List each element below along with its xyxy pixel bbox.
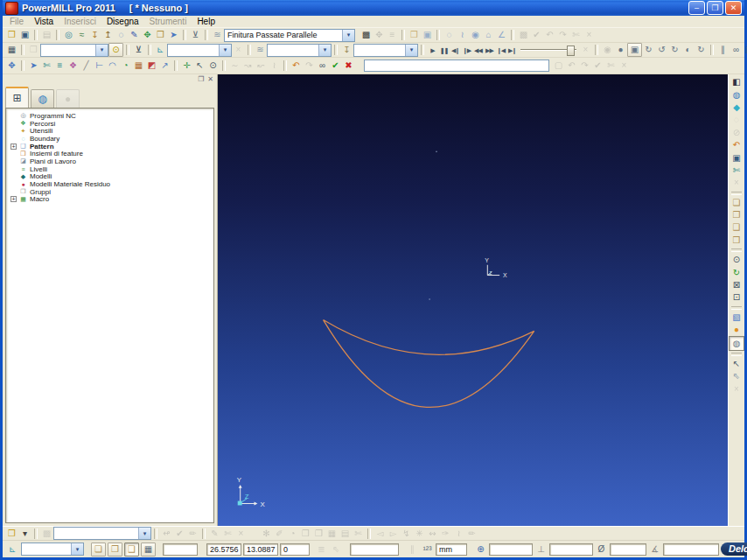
leads-links-icon[interactable]: ✎	[128, 29, 141, 41]
block-icon[interactable]: ◎	[62, 29, 75, 41]
tree-item-percorsi[interactable]: ❖Percorsi	[10, 120, 213, 128]
web-view-icon[interactable]: ◍	[730, 88, 744, 101]
cancel-pattern-icon[interactable]: ✖	[342, 60, 355, 72]
target-point-icon[interactable]: ⊕	[474, 543, 487, 556]
arc-tool-icon[interactable]: ◔	[119, 60, 132, 72]
edit-box-icon[interactable]: ▩	[517, 29, 530, 41]
draw-folder-icon[interactable]: ❒	[5, 528, 18, 540]
nc-preview-bulb-icon[interactable]: ⊙	[108, 43, 123, 57]
meas-star-icon[interactable]: ✳	[413, 528, 426, 540]
shaded-ball-view-icon[interactable]: ●	[730, 324, 744, 336]
arrow-tool-icon[interactable]: ↗	[158, 60, 171, 72]
menu-disegna[interactable]: Disegna	[101, 17, 144, 26]
anno-star-icon[interactable]: ✻	[260, 528, 273, 540]
boundary-edit-icon[interactable]: ◌	[443, 29, 456, 41]
tab-explorer[interactable]: ⊞	[5, 87, 29, 108]
simulate-icon[interactable]: ➤	[167, 29, 180, 41]
raster-tool-icon[interactable]: ▦	[132, 60, 145, 72]
restore-button[interactable]: ❐	[707, 1, 723, 15]
anno-box1-icon[interactable]: ❒	[299, 528, 312, 540]
tree-item-gruppi[interactable]: ❐Gruppi	[10, 188, 213, 196]
cursor-z-field[interactable]: 0	[280, 543, 310, 556]
sim-stop-icon[interactable]: ∥	[716, 44, 730, 56]
meas-pencil-icon[interactable]: ✏	[465, 528, 478, 540]
open-nc-program-icon[interactable]: ❒	[27, 44, 40, 56]
curve-join-icon[interactable]: ≀	[268, 60, 281, 72]
cursor-y-field[interactable]: 13.0887	[243, 543, 278, 556]
palette-tool-icon[interactable]: ◩	[145, 60, 158, 72]
workplane-select-combo[interactable]: ▾	[167, 44, 232, 57]
boundary-create-icon[interactable]: ◌	[115, 29, 128, 41]
view-cube-single-icon[interactable]: ❐	[108, 542, 122, 556]
tolerance-icon[interactable]: ∥	[406, 543, 419, 556]
workplane-icon[interactable]: ⊾	[154, 44, 167, 56]
spring-pattern-icon[interactable]: ≋	[211, 29, 224, 41]
meas-bolt-icon[interactable]: ↯	[400, 528, 413, 540]
aux-redo-icon[interactable]: ↷	[578, 60, 591, 72]
meas-wave-icon[interactable]: ↭	[426, 528, 439, 540]
sim-step-fwd-icon[interactable]: ❙▶	[461, 44, 472, 56]
zoom-box-icon[interactable]: ⊡	[730, 291, 744, 304]
grid-toggle-icon[interactable]: ▦	[141, 542, 156, 556]
query-icon[interactable]: ∞	[316, 60, 329, 72]
resize-to-fit-icon[interactable]: ↻	[730, 266, 744, 278]
draw-snap-icon[interactable]: ↫	[160, 528, 173, 540]
meas-right-icon[interactable]: ▻	[387, 528, 400, 540]
nc-block-icon[interactable]: ▦	[5, 44, 18, 56]
view-iso3-icon[interactable]: ❑	[730, 221, 744, 234]
toolpath-plus-icon[interactable]: ✥	[373, 29, 386, 41]
draw-close-icon[interactable]: ×	[234, 528, 248, 540]
tool-active-icon[interactable]: ↧	[340, 44, 353, 56]
undo-icon[interactable]: ↶	[290, 60, 303, 72]
tree-item-modelli[interactable]: ◆Modelli	[10, 173, 213, 181]
units-field[interactable]: mm	[436, 543, 467, 556]
select-cursor-icon[interactable]: ↖	[730, 358, 744, 370]
select-tool-icon[interactable]: ➤	[27, 60, 40, 72]
curve-smooth-icon[interactable]: ∼	[228, 60, 241, 72]
sim-forward-icon[interactable]: ▶▶	[484, 44, 495, 56]
diameter-icon[interactable]: Ø	[595, 543, 608, 556]
menu-vista[interactable]: Vista	[29, 17, 59, 26]
tab-hub[interactable]: ●	[56, 89, 80, 108]
chevron-down-icon[interactable]: ▾	[342, 30, 354, 41]
draw-check-icon[interactable]: ✔	[173, 528, 186, 540]
view-next-icon[interactable]: ⊘	[730, 127, 744, 139]
draw-folder-caret-icon[interactable]: ▾	[18, 528, 31, 540]
panel-float-icon[interactable]: ❐	[198, 75, 204, 83]
draw-cut-icon[interactable]: ✄	[221, 528, 234, 540]
sim-save-icon[interactable]: ▣	[743, 44, 747, 56]
draw-edit-icon[interactable]: ✎	[208, 528, 221, 540]
sim-half-icon[interactable]: ◐	[681, 44, 695, 56]
feature-icon[interactable]: ≈	[75, 29, 88, 41]
redo-icon[interactable]: ↷	[303, 60, 316, 72]
minimize-button[interactable]: –	[688, 1, 705, 15]
pattern-select-combo[interactable]: ▾	[267, 44, 332, 57]
meas-left-icon[interactable]: ◅	[374, 528, 387, 540]
zoom-in-icon[interactable]: ⊙	[730, 254, 744, 266]
curve-edit-icon[interactable]: ≀	[456, 29, 469, 41]
anno-arc-icon[interactable]: ◔	[286, 528, 299, 540]
layers-tool-icon[interactable]: ≡	[53, 60, 66, 72]
chevron-down-icon[interactable]: ▾	[95, 45, 108, 56]
view-iso2-icon[interactable]: ❐	[730, 209, 744, 221]
toolpath-create-icon[interactable]: ↥	[101, 29, 115, 41]
sim-spin-icon[interactable]: ↻	[695, 44, 708, 56]
edit-accept-icon[interactable]: ✔	[530, 29, 543, 41]
sim-to-start-icon[interactable]: ❙◀	[495, 44, 506, 56]
view-cube-multi-icon[interactable]: ❏	[91, 542, 106, 556]
rbar-close-icon[interactable]: ×	[730, 383, 744, 396]
open-toolpath-icon[interactable]: ❒	[408, 29, 421, 41]
line-tool-icon[interactable]: ╱	[80, 60, 93, 72]
angle-measure-icon[interactable]: ∡	[648, 543, 661, 556]
tree-item-livelli[interactable]: ≡Livelli	[10, 165, 213, 173]
view-save-icon[interactable]: ▣	[730, 151, 744, 164]
nc-program-icon[interactable]: ❒	[154, 29, 167, 41]
strategy-combo[interactable]: Finitura Passate Parallele▾	[224, 29, 355, 42]
accept-pattern-icon[interactable]: ✔	[329, 60, 342, 72]
toolpath-batch-icon[interactable]: ▩	[360, 29, 373, 41]
sim-rotate-z-icon[interactable]: ↻	[668, 44, 681, 56]
curve-extend-icon[interactable]: ↝	[241, 60, 255, 72]
offset-curve-icon[interactable]: ❖	[66, 60, 80, 72]
save-project-icon[interactable]: ▣	[18, 29, 31, 41]
iso-view-icon[interactable]: ◆	[730, 102, 744, 114]
